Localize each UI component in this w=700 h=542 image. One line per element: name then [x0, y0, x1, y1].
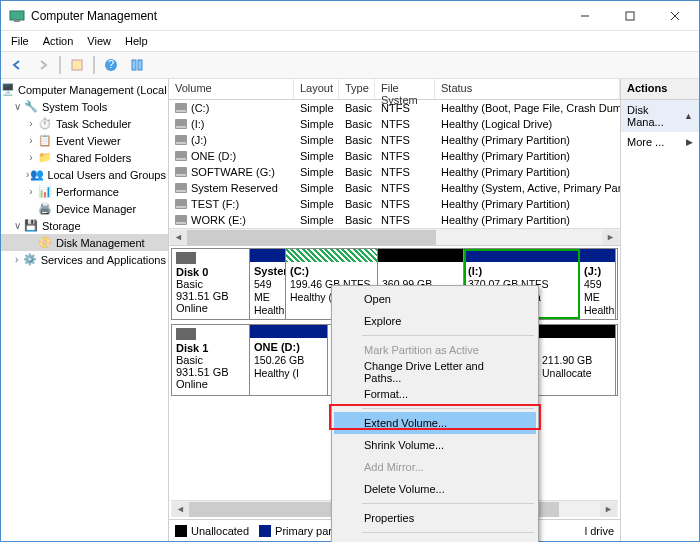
tree-performance[interactable]: Performance: [56, 186, 119, 198]
tree-services[interactable]: Services and Applications: [41, 254, 166, 266]
disk-label[interactable]: Disk 1Basic931.51 GBOnline: [172, 325, 250, 395]
svg-rect-10: [138, 60, 142, 70]
partition[interactable]: 211.90 GBUnallocate: [538, 325, 616, 395]
tree-device-manager[interactable]: Device Manager: [56, 203, 136, 215]
expand-icon[interactable]: ›: [25, 135, 37, 146]
menu-item: Mark Partition as Active: [334, 339, 536, 361]
expand-icon[interactable]: ›: [25, 186, 37, 197]
tree-system-tools[interactable]: System Tools: [42, 101, 107, 113]
tree-shared-folders[interactable]: Shared Folders: [56, 152, 131, 164]
refresh-button[interactable]: [65, 54, 89, 76]
context-menu[interactable]: OpenExploreMark Partition as ActiveChang…: [331, 285, 539, 542]
event-icon: 📋: [37, 134, 53, 148]
expand-icon[interactable]: ∨: [11, 220, 23, 231]
volume-row[interactable]: (I:)SimpleBasicNTFSHealthy (Logical Driv…: [169, 116, 620, 132]
horizontal-scrollbar[interactable]: ◄ ►: [169, 228, 620, 245]
volume-row[interactable]: ONE (D:)SimpleBasicNTFSHealthy (Primary …: [169, 148, 620, 164]
svg-rect-9: [132, 60, 136, 70]
minimize-button[interactable]: [562, 1, 607, 30]
partition[interactable]: (J:)459 MEHealth: [580, 249, 616, 319]
menu-item[interactable]: Delete Volume...: [334, 478, 536, 500]
forward-button[interactable]: [31, 54, 55, 76]
drive-icon: [175, 215, 187, 225]
volume-row[interactable]: TEST (F:)SimpleBasicNTFSHealthy (Primary…: [169, 196, 620, 212]
tree-disk-management[interactable]: Disk Management: [56, 237, 145, 249]
menu-item[interactable]: Shrink Volume...: [334, 434, 536, 456]
scheduler-icon: ⏱️: [37, 117, 53, 131]
volume-row[interactable]: System ReservedSimpleBasicNTFSHealthy (S…: [169, 180, 620, 196]
drive-icon: [175, 167, 187, 177]
expand-icon[interactable]: ›: [25, 152, 37, 163]
app-icon: [9, 8, 25, 24]
scroll-right-icon[interactable]: ►: [602, 230, 619, 245]
expand-icon[interactable]: ∨: [11, 101, 23, 112]
actions-pane: Actions Disk Mana...▲ More ...▶: [621, 79, 699, 541]
menu-view[interactable]: View: [81, 33, 117, 49]
menu-item[interactable]: Help: [334, 536, 536, 542]
svg-rect-3: [626, 12, 634, 20]
menu-action[interactable]: Action: [37, 33, 80, 49]
volume-header[interactable]: Volume Layout Type File System Status: [169, 79, 620, 100]
menu-file[interactable]: File: [5, 33, 35, 49]
services-icon: ⚙️: [22, 253, 37, 267]
menu-item[interactable]: Change Drive Letter and Paths...: [334, 361, 536, 383]
menu-item[interactable]: Explore: [334, 310, 536, 332]
tree-root[interactable]: Computer Management (Local: [18, 84, 167, 96]
col-filesystem[interactable]: File System: [375, 79, 435, 99]
volume-row[interactable]: WORK (E:)SimpleBasicNTFSHealthy (Primary…: [169, 212, 620, 228]
menu-item[interactable]: Properties: [334, 507, 536, 529]
svg-rect-6: [72, 60, 82, 70]
menu-item[interactable]: Format...: [334, 383, 536, 405]
nav-tree[interactable]: 🖥️Computer Management (Local ∨🔧System To…: [1, 79, 169, 541]
toolbar-separator: [59, 56, 61, 74]
disk-icon: 📀: [37, 236, 53, 250]
scroll-thumb[interactable]: [187, 230, 436, 245]
volume-row[interactable]: (C:)SimpleBasicNTFSHealthy (Boot, Page F…: [169, 100, 620, 116]
menu-separator: [362, 532, 534, 533]
drive-icon: [175, 119, 187, 129]
chevron-right-icon: ▶: [686, 137, 693, 147]
disk-label[interactable]: Disk 0Basic931.51 GBOnline: [172, 249, 250, 319]
scroll-left-icon[interactable]: ◄: [172, 502, 189, 517]
tree-event-viewer[interactable]: Event Viewer: [56, 135, 121, 147]
drive-icon: [175, 151, 187, 161]
partition[interactable]: Syster549 MEHealth: [250, 249, 286, 319]
window-title: Computer Management: [31, 9, 562, 23]
back-button[interactable]: [5, 54, 29, 76]
computer-icon: 🖥️: [1, 83, 15, 97]
col-layout[interactable]: Layout: [294, 79, 339, 99]
actions-header: Actions: [621, 79, 699, 100]
col-type[interactable]: Type: [339, 79, 375, 99]
users-icon: 👥: [30, 168, 44, 182]
scroll-right-icon[interactable]: ►: [600, 502, 617, 517]
drive-icon: [175, 103, 187, 113]
col-status[interactable]: Status: [435, 79, 620, 99]
svg-rect-0: [10, 11, 24, 20]
volume-row[interactable]: (J:)SimpleBasicNTFSHealthy (Primary Part…: [169, 132, 620, 148]
svg-rect-1: [14, 20, 20, 22]
maximize-button[interactable]: [607, 1, 652, 30]
titlebar[interactable]: Computer Management: [1, 1, 699, 31]
close-button[interactable]: [652, 1, 697, 30]
volume-row[interactable]: SOFTWARE (G:)SimpleBasicNTFSHealthy (Pri…: [169, 164, 620, 180]
expand-icon[interactable]: ›: [11, 254, 22, 265]
actions-more[interactable]: More ...▶: [621, 132, 699, 152]
disk-icon: [176, 328, 196, 340]
partition[interactable]: ONE (D:)150.26 GBHealthy (I: [250, 325, 328, 395]
drive-icon: [175, 135, 187, 145]
col-volume[interactable]: Volume: [169, 79, 294, 99]
scroll-left-icon[interactable]: ◄: [170, 230, 187, 245]
menu-item[interactable]: Extend Volume...: [334, 412, 536, 434]
help-button[interactable]: ?: [99, 54, 123, 76]
view-button[interactable]: [125, 54, 149, 76]
partition-bar: [464, 249, 579, 262]
tree-task-scheduler[interactable]: Task Scheduler: [56, 118, 131, 130]
actions-disk-management[interactable]: Disk Mana...▲: [621, 100, 699, 132]
expand-icon[interactable]: ›: [25, 118, 37, 129]
svg-text:?: ?: [108, 58, 114, 70]
tree-storage[interactable]: Storage: [42, 220, 81, 232]
menu-item[interactable]: Open: [334, 288, 536, 310]
menu-help[interactable]: Help: [119, 33, 154, 49]
menubar: File Action View Help: [1, 31, 699, 51]
tree-local-users[interactable]: Local Users and Groups: [47, 169, 166, 181]
